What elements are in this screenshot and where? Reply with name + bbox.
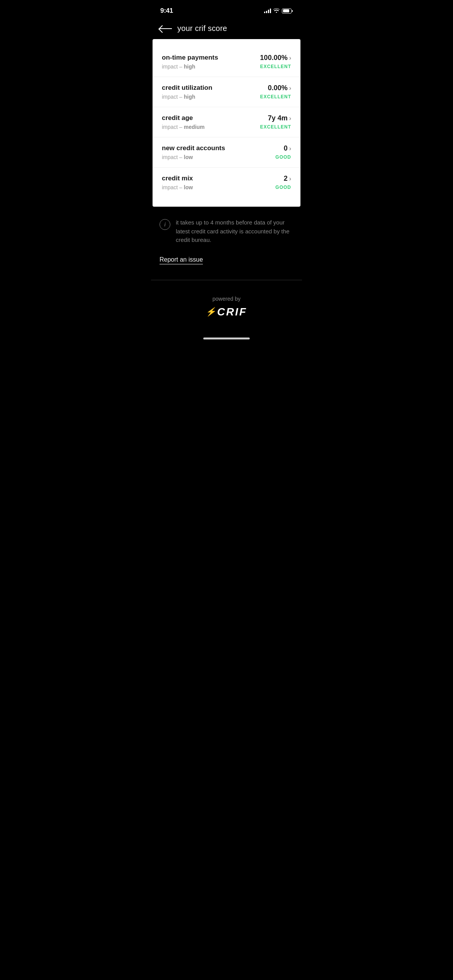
score-item-name: credit utilization: [162, 84, 260, 92]
crif-logo: ⚡ CRIF: [206, 306, 247, 318]
battery-icon: [282, 9, 293, 14]
chevron-right-icon: ›: [289, 85, 291, 92]
status-icons: [264, 8, 293, 14]
header: your crif score: [151, 19, 302, 39]
score-item-new-credit-accounts[interactable]: new credit accounts impact – low 0 › GOO…: [153, 137, 300, 168]
wifi-icon: [273, 8, 280, 14]
chevron-right-icon: ›: [289, 55, 291, 62]
score-item-on-time-payments[interactable]: on-time payments impact – high 100.00% ›…: [153, 47, 300, 77]
score-item-credit-mix[interactable]: credit mix impact – low 2 › GOOD: [153, 168, 300, 197]
score-item-name: on-time payments: [162, 54, 260, 62]
score-item-name: new credit accounts: [162, 144, 275, 152]
powered-by-text: powered by: [213, 296, 240, 302]
info-section: i it takes up to 4 months before data of…: [151, 207, 302, 252]
status-bar: 9:41: [151, 0, 302, 19]
crif-lightning-icon: ⚡: [205, 307, 218, 317]
crif-logo-text: CRIF: [217, 306, 247, 318]
score-item-rating: GOOD: [275, 185, 291, 190]
score-item-rating: GOOD: [275, 154, 291, 160]
score-item-value: 100.00% ›: [260, 54, 291, 62]
score-item-impact: impact – high: [162, 94, 260, 100]
score-item-rating: EXCELLENT: [260, 124, 291, 130]
home-indicator: [151, 334, 302, 347]
score-item-impact: impact – low: [162, 184, 275, 190]
info-text: it takes up to 4 months before data of y…: [176, 218, 293, 245]
home-bar: [203, 338, 250, 339]
report-issue-link[interactable]: Report an issue: [160, 256, 203, 264]
section-divider: [151, 280, 302, 280]
powered-by-section: powered by ⚡ CRIF: [151, 286, 302, 334]
score-item-impact: impact – low: [162, 154, 275, 160]
signal-icon: [264, 9, 271, 13]
score-item-value: 0 ›: [284, 144, 291, 152]
back-button[interactable]: [160, 28, 172, 29]
chevron-right-icon: ›: [289, 145, 291, 152]
score-item-value: 2 ›: [284, 175, 291, 183]
info-icon: i: [160, 219, 170, 230]
score-factors-card: on-time payments impact – high 100.00% ›…: [153, 39, 300, 207]
status-time: 9:41: [160, 7, 173, 15]
score-item-credit-utilization[interactable]: credit utilization impact – high 0.00% ›…: [153, 77, 300, 107]
score-item-rating: EXCELLENT: [260, 64, 291, 69]
chevron-right-icon: ›: [289, 115, 291, 122]
score-item-impact: impact – medium: [162, 124, 260, 130]
back-arrow-icon: [160, 28, 172, 29]
score-item-value: 7y 4m ›: [268, 114, 291, 122]
report-issue-section: Report an issue: [151, 252, 302, 274]
chevron-right-icon: ›: [289, 175, 291, 182]
score-item-rating: EXCELLENT: [260, 94, 291, 99]
score-item-impact: impact – high: [162, 63, 260, 70]
score-item-value: 0.00% ›: [268, 84, 291, 92]
page-title: your crif score: [177, 24, 227, 33]
score-item-name: credit age: [162, 114, 260, 122]
score-item-credit-age[interactable]: credit age impact – medium 7y 4m › EXCEL…: [153, 107, 300, 137]
score-item-name: credit mix: [162, 175, 275, 182]
